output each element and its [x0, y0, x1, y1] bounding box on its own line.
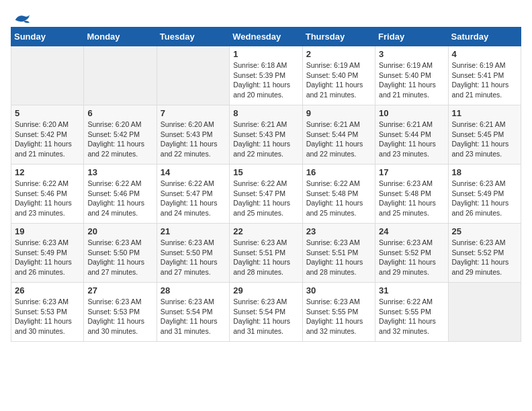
calendar-cell: 27Sunrise: 6:23 AMSunset: 5:53 PMDayligh… [84, 283, 157, 342]
calendar-cell: 19Sunrise: 6:23 AMSunset: 5:49 PMDayligh… [11, 224, 84, 283]
calendar-cell: 16Sunrise: 6:22 AMSunset: 5:48 PMDayligh… [302, 165, 375, 224]
day-info: Sunrise: 6:23 AMSunset: 5:50 PMDaylight:… [161, 238, 226, 277]
day-number: 29 [233, 285, 298, 295]
calendar-week-row: 12Sunrise: 6:22 AMSunset: 5:46 PMDayligh… [11, 165, 521, 224]
day-info: Sunrise: 6:23 AMSunset: 5:53 PMDaylight:… [87, 297, 152, 336]
day-info: Sunrise: 6:21 AMSunset: 5:43 PMDaylight:… [233, 120, 298, 159]
day-number: 14 [161, 167, 226, 177]
day-info: Sunrise: 6:23 AMSunset: 5:50 PMDaylight:… [87, 238, 152, 277]
day-info: Sunrise: 6:23 AMSunset: 5:55 PMDaylight:… [306, 297, 371, 336]
calendar-cell: 8Sunrise: 6:21 AMSunset: 5:43 PMDaylight… [230, 105, 302, 165]
calendar-week-row: 5Sunrise: 6:20 AMSunset: 5:42 PMDaylight… [11, 105, 521, 165]
day-info: Sunrise: 6:22 AMSunset: 5:46 PMDaylight:… [15, 179, 80, 218]
calendar-cell [11, 46, 84, 105]
calendar-header-row: SundayMondayTuesdayWednesdayThursdayFrid… [11, 28, 521, 46]
day-number: 4 [452, 49, 517, 59]
day-number: 30 [306, 285, 371, 295]
calendar-cell: 14Sunrise: 6:22 AMSunset: 5:47 PMDayligh… [157, 165, 229, 224]
day-info: Sunrise: 6:23 AMSunset: 5:48 PMDaylight:… [379, 179, 444, 218]
day-of-week-header: Thursday [302, 28, 375, 46]
day-number: 7 [161, 108, 226, 118]
day-number: 22 [233, 226, 298, 236]
day-number: 19 [15, 226, 80, 236]
calendar-cell [84, 46, 157, 105]
day-info: Sunrise: 6:19 AMSunset: 5:41 PMDaylight:… [452, 60, 517, 100]
calendar-cell [157, 46, 229, 105]
day-number: 18 [452, 167, 517, 177]
calendar-cell: 20Sunrise: 6:23 AMSunset: 5:50 PMDayligh… [84, 224, 157, 283]
day-number: 10 [379, 108, 444, 118]
calendar-cell: 22Sunrise: 6:23 AMSunset: 5:51 PMDayligh… [230, 224, 302, 283]
day-number: 27 [87, 285, 152, 295]
calendar-cell: 10Sunrise: 6:21 AMSunset: 5:44 PMDayligh… [375, 105, 448, 165]
calendar-cell: 25Sunrise: 6:23 AMSunset: 5:52 PMDayligh… [448, 224, 521, 283]
calendar-cell: 12Sunrise: 6:22 AMSunset: 5:46 PMDayligh… [11, 165, 84, 224]
day-number: 31 [379, 285, 444, 295]
calendar-cell: 28Sunrise: 6:23 AMSunset: 5:54 PMDayligh… [157, 283, 229, 342]
day-number: 23 [306, 226, 371, 236]
day-number: 1 [233, 49, 298, 59]
day-info: Sunrise: 6:20 AMSunset: 5:42 PMDaylight:… [15, 120, 80, 159]
page-header [11, 11, 521, 21]
calendar-table: SundayMondayTuesdayWednesdayThursdayFrid… [11, 27, 521, 342]
calendar-week-row: 26Sunrise: 6:23 AMSunset: 5:53 PMDayligh… [11, 283, 521, 342]
day-of-week-header: Monday [84, 28, 157, 46]
logo [11, 11, 31, 21]
day-info: Sunrise: 6:21 AMSunset: 5:45 PMDaylight:… [452, 120, 517, 159]
calendar-week-row: 19Sunrise: 6:23 AMSunset: 5:49 PMDayligh… [11, 224, 521, 283]
calendar-cell: 11Sunrise: 6:21 AMSunset: 5:45 PMDayligh… [448, 105, 521, 165]
calendar-cell: 13Sunrise: 6:22 AMSunset: 5:46 PMDayligh… [84, 165, 157, 224]
calendar-cell: 23Sunrise: 6:23 AMSunset: 5:51 PMDayligh… [302, 224, 375, 283]
day-info: Sunrise: 6:22 AMSunset: 5:48 PMDaylight:… [306, 179, 371, 218]
calendar-cell: 6Sunrise: 6:20 AMSunset: 5:42 PMDaylight… [84, 105, 157, 165]
day-info: Sunrise: 6:20 AMSunset: 5:42 PMDaylight:… [87, 120, 152, 159]
calendar-cell: 9Sunrise: 6:21 AMSunset: 5:44 PMDaylight… [302, 105, 375, 165]
logo-bird-icon [12, 11, 31, 26]
calendar-week-row: 1Sunrise: 6:18 AMSunset: 5:39 PMDaylight… [11, 46, 521, 105]
day-number: 24 [379, 226, 444, 236]
calendar-cell: 3Sunrise: 6:19 AMSunset: 5:40 PMDaylight… [375, 46, 448, 105]
day-number: 15 [233, 167, 298, 177]
calendar-cell: 18Sunrise: 6:23 AMSunset: 5:49 PMDayligh… [448, 165, 521, 224]
day-info: Sunrise: 6:23 AMSunset: 5:54 PMDaylight:… [161, 297, 226, 336]
day-info: Sunrise: 6:23 AMSunset: 5:49 PMDaylight:… [15, 238, 80, 277]
day-info: Sunrise: 6:23 AMSunset: 5:54 PMDaylight:… [233, 297, 298, 336]
day-info: Sunrise: 6:22 AMSunset: 5:47 PMDaylight:… [161, 179, 226, 218]
calendar-cell: 1Sunrise: 6:18 AMSunset: 5:39 PMDaylight… [230, 46, 302, 105]
calendar-cell: 24Sunrise: 6:23 AMSunset: 5:52 PMDayligh… [375, 224, 448, 283]
day-number: 6 [87, 108, 152, 118]
day-info: Sunrise: 6:20 AMSunset: 5:43 PMDaylight:… [161, 120, 226, 159]
day-number: 3 [379, 49, 444, 59]
day-number: 11 [452, 108, 517, 118]
calendar-cell: 21Sunrise: 6:23 AMSunset: 5:50 PMDayligh… [157, 224, 229, 283]
day-info: Sunrise: 6:23 AMSunset: 5:52 PMDaylight:… [452, 238, 517, 277]
day-number: 17 [379, 167, 444, 177]
day-of-week-header: Wednesday [230, 28, 302, 46]
calendar-cell: 31Sunrise: 6:22 AMSunset: 5:55 PMDayligh… [375, 283, 448, 342]
day-info: Sunrise: 6:19 AMSunset: 5:40 PMDaylight:… [379, 60, 444, 100]
day-number: 13 [87, 167, 152, 177]
day-of-week-header: Tuesday [157, 28, 229, 46]
day-number: 21 [161, 226, 226, 236]
day-number: 16 [306, 167, 371, 177]
day-number: 5 [15, 108, 80, 118]
calendar-cell: 17Sunrise: 6:23 AMSunset: 5:48 PMDayligh… [375, 165, 448, 224]
day-info: Sunrise: 6:18 AMSunset: 5:39 PMDaylight:… [233, 60, 298, 100]
day-info: Sunrise: 6:19 AMSunset: 5:40 PMDaylight:… [306, 60, 371, 100]
day-number: 12 [15, 167, 80, 177]
day-number: 9 [306, 108, 371, 118]
calendar-cell [448, 283, 521, 342]
day-info: Sunrise: 6:22 AMSunset: 5:46 PMDaylight:… [87, 179, 152, 218]
calendar-cell: 30Sunrise: 6:23 AMSunset: 5:55 PMDayligh… [302, 283, 375, 342]
calendar-cell: 5Sunrise: 6:20 AMSunset: 5:42 PMDaylight… [11, 105, 84, 165]
day-number: 8 [233, 108, 298, 118]
day-info: Sunrise: 6:23 AMSunset: 5:52 PMDaylight:… [379, 238, 444, 277]
calendar-cell: 4Sunrise: 6:19 AMSunset: 5:41 PMDaylight… [448, 46, 521, 105]
day-info: Sunrise: 6:21 AMSunset: 5:44 PMDaylight:… [379, 120, 444, 159]
calendar-cell: 7Sunrise: 6:20 AMSunset: 5:43 PMDaylight… [157, 105, 229, 165]
calendar-cell: 2Sunrise: 6:19 AMSunset: 5:40 PMDaylight… [302, 46, 375, 105]
day-info: Sunrise: 6:23 AMSunset: 5:51 PMDaylight:… [306, 238, 371, 277]
calendar-cell: 26Sunrise: 6:23 AMSunset: 5:53 PMDayligh… [11, 283, 84, 342]
day-number: 2 [306, 49, 371, 59]
calendar-cell: 29Sunrise: 6:23 AMSunset: 5:54 PMDayligh… [230, 283, 302, 342]
